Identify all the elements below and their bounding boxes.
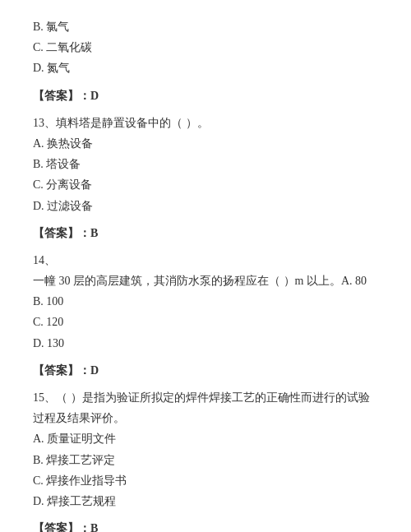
answer-14: 【答案】：D — [33, 360, 378, 381]
answer-12: 【答案】：D — [33, 86, 378, 106]
q14-option-d: D. 130 — [33, 333, 378, 354]
q15-option-d: D. 焊接工艺规程 — [33, 491, 378, 511]
q13-option-c: C. 分离设备 — [33, 174, 378, 195]
option-b-top: B. 氯气 — [33, 16, 378, 37]
q13-option-d: D. 过滤设备 — [33, 196, 378, 216]
options-top-block: B. 氯气 C. 二氧化碳 D. 氮气 — [33, 16, 378, 79]
question-15-text: 15、（ ）是指为验证所拟定的焊件焊接工艺的正确性而进行的试验过程及结果评价。 — [33, 391, 370, 424]
q15-option-b: B. 焊接工艺评定 — [33, 450, 378, 470]
answer-15: 【答案】：B — [33, 518, 378, 532]
question-14: 14、 一幢 30 层的高层建筑，其消防水泵的扬程应在（ ）m 以上。A. 80… — [33, 250, 378, 354]
option-c-top: C. 二氧化碳 — [33, 37, 378, 58]
q14-option-c: C. 120 — [33, 312, 378, 332]
question-13: 13、填料塔是静置设备中的（ ）。 A. 换热设备 B. 塔设备 C. 分离设备… — [33, 113, 378, 216]
answer-13: 【答案】：B — [33, 223, 378, 243]
q14-option-b: B. 100 — [33, 291, 378, 312]
page-content: B. 氯气 C. 二氧化碳 D. 氮气 【答案】：D 13、填料塔是静置设备中的… — [33, 16, 378, 532]
q15-option-a: A. 质量证明文件 — [33, 428, 378, 449]
question-13-text: 13、填料塔是静置设备中的（ ）。 — [33, 117, 209, 129]
question-15: 15、（ ）是指为验证所拟定的焊件焊接工艺的正确性而进行的试验过程及结果评价。 … — [33, 387, 378, 511]
question-14-label: 14、 — [33, 254, 56, 266]
q13-option-a: A. 换热设备 — [33, 133, 378, 154]
q15-option-c: C. 焊接作业指导书 — [33, 470, 378, 491]
question-14-text: 一幢 30 层的高层建筑，其消防水泵的扬程应在（ ）m 以上。A. 80 — [33, 275, 367, 287]
option-d-top: D. 氮气 — [33, 58, 378, 78]
q13-option-b: B. 塔设备 — [33, 154, 378, 174]
